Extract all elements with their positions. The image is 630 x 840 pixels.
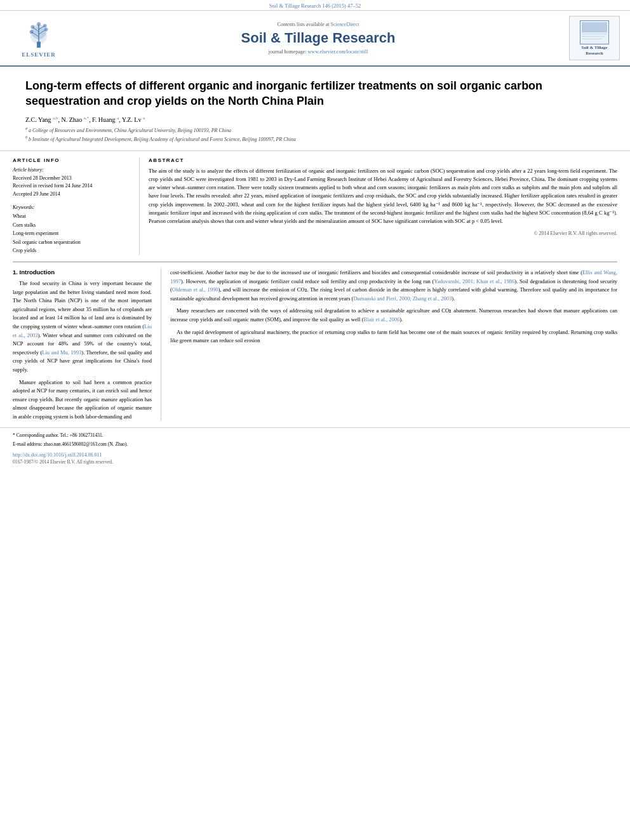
journal-header: ELSEVIER Contents lists available at Sci…: [0, 11, 630, 67]
keyword-soc: Soil organic carbon sequestration: [13, 238, 130, 247]
article-info-heading: ARTICLE INFO: [13, 157, 130, 163]
journal-homepage-line: journal homepage: www.elsevier.com/locat…: [75, 49, 561, 55]
intro-paragraph-2: Manure application to soil had been a co…: [13, 378, 152, 422]
footer-copyright: 0167-1987/© 2014 Elsevier B.V. All right…: [13, 459, 617, 465]
intro-right-paragraph-1: cost-inefficient. Another factor may be …: [170, 269, 617, 303]
right-logo-text: Soil & Tillage Research: [572, 45, 617, 57]
keywords-section: Keywords: Wheat Corn stalks Long-term ex…: [13, 204, 130, 255]
journal-reference-bar: Soil & Tillage Research 146 (2015) 47–52: [0, 0, 630, 11]
svg-point-11: [43, 24, 47, 28]
footer-doi-line: http://dx.doi.org/10.1016/j.still.2014.0…: [13, 451, 617, 458]
introduction-left-column: 1. Introduction The food security in Chi…: [13, 269, 161, 422]
journal-title: Soil & Tillage Research: [75, 30, 561, 46]
doi-link[interactable]: http://dx.doi.org/10.1016/j.still.2014.0…: [13, 452, 102, 458]
corresponding-author-note: * Corresponding author. Tel.: +86 106273…: [13, 432, 617, 439]
homepage-link[interactable]: www.elsevier.com/locate/still: [308, 49, 368, 55]
svg-point-8: [30, 30, 34, 34]
homepage-label: journal homepage:: [269, 49, 307, 55]
article-title: Long-term effects of different organic a…: [25, 78, 605, 109]
received-revised-date: Received in revised form 24 June 2014: [13, 182, 130, 190]
abstract-text: The aim of the study is to analyze the e…: [149, 167, 617, 225]
elsevier-logo-section: ELSEVIER: [10, 18, 67, 58]
keywords-title: Keywords:: [13, 204, 130, 210]
journal-thumbnail-logo: Soil & Tillage Research: [569, 16, 620, 60]
keyword-wheat: Wheat: [13, 212, 130, 221]
abstract-copyright: © 2014 Elsevier B.V. All rights reserved…: [149, 230, 617, 236]
svg-point-12: [37, 22, 41, 26]
journal-reference-text: Soil & Tillage Research 146 (2015) 47–52: [269, 3, 361, 9]
elsevier-wordmark: ELSEVIER: [22, 51, 56, 58]
svg-point-10: [31, 25, 35, 29]
svg-point-9: [44, 27, 48, 31]
intro-right-paragraph-3: As the rapid development of agricultural…: [170, 328, 617, 345]
sciencedirect-link[interactable]: ScienceDirect: [331, 22, 359, 27]
article-title-section: Long-term effects of different organic a…: [0, 67, 630, 151]
keyword-corn-stalks: Corn stalks: [13, 221, 130, 230]
introduction-section: 1. Introduction The food security in Chi…: [0, 262, 630, 428]
journal-cover-icon: [579, 20, 610, 45]
article-footer: * Corresponding author. Tel.: +86 106273…: [0, 427, 630, 466]
svg-rect-14: [582, 22, 607, 32]
accepted-date: Accepted 29 June 2014: [13, 190, 130, 198]
introduction-right-column: cost-inefficient. Another factor may be …: [161, 269, 617, 422]
keyword-crop-yields: Crop yields: [13, 246, 130, 255]
intro-paragraph-1: The food security in China is very impor…: [13, 279, 152, 375]
journal-center-info: Contents lists available at ScienceDirec…: [75, 22, 561, 55]
affiliations: a a College of Resources and Environment…: [25, 126, 605, 144]
email-note: E-mail address: zhao.nan.4661586002@163.…: [13, 441, 617, 448]
article-info-column: ARTICLE INFO Article history: Received 2…: [13, 157, 140, 255]
contents-available-line: Contents lists available at ScienceDirec…: [75, 22, 561, 27]
article-info-abstract-section: ARTICLE INFO Article history: Received 2…: [0, 151, 630, 262]
abstract-column: ABSTRACT The aim of the study is to anal…: [140, 157, 617, 255]
article-history-title: Article history:: [13, 167, 130, 173]
intro-right-paragraph-2: Many researchers are concerned with the …: [170, 307, 617, 324]
abstract-heading: ABSTRACT: [149, 157, 617, 163]
affiliation-a: a a College of Resources and Environment…: [25, 126, 605, 135]
introduction-heading: 1. Introduction: [13, 269, 152, 276]
affiliation-b: b b Institute of Agricultural Integrated…: [25, 135, 605, 143]
contents-text: Contents lists available at: [278, 22, 330, 27]
authors-line: Z.C. Yang a,b, N. Zhao a,*, F. Huang a, …: [25, 116, 605, 123]
keyword-long-term: Long-term experiment: [13, 229, 130, 238]
received-date: Received 28 December 2013: [13, 175, 130, 182]
elsevier-tree-icon: [20, 18, 58, 50]
